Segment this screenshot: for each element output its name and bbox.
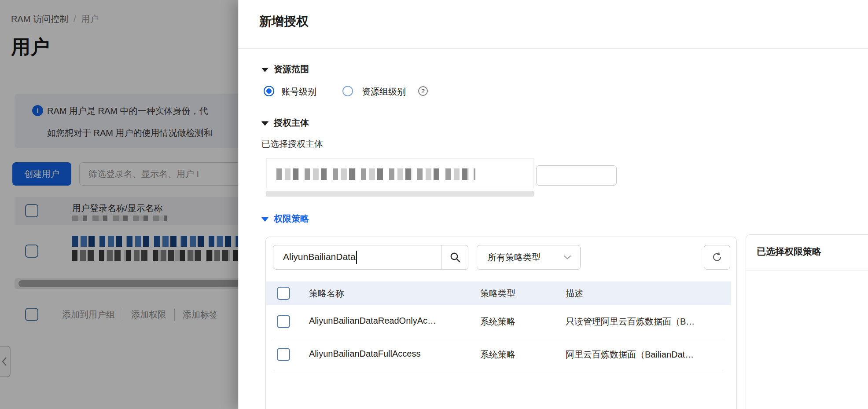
drawer-header-divider	[239, 48, 868, 49]
policy-row-readonly[interactable]: AliyunBailianDataReadOnlyAc… 系统策略 只读管理阿里…	[266, 305, 731, 338]
policy-search-value: AliyunBailianData	[283, 252, 356, 262]
col-policy-type: 策略类型	[480, 288, 515, 299]
col-policy-desc: 描述	[566, 288, 583, 299]
section-resource-scope[interactable]: 资源范围	[261, 63, 309, 75]
row-divider	[274, 371, 723, 371]
text-cursor	[356, 251, 357, 264]
selected-principal-chip-area	[266, 158, 534, 188]
refresh-button[interactable]	[704, 245, 730, 270]
section-policy[interactable]: 权限策略	[261, 213, 309, 225]
policy-search-input[interactable]: AliyunBailianData	[273, 251, 441, 264]
radio-account-level[interactable]	[264, 86, 274, 96]
radio-account-level-label[interactable]: 账号级别	[281, 86, 316, 98]
policy-row-checkbox[interactable]	[277, 315, 290, 328]
search-icon	[449, 252, 461, 263]
radio-resource-group-label[interactable]: 资源组级别	[362, 86, 406, 98]
principal-scrollbar[interactable]	[266, 191, 534, 197]
policy-type-value: 所有策略类型	[488, 252, 541, 263]
policy-desc: 只读管理阿里云百炼数据面（B…	[566, 316, 695, 328]
policy-type: 系统策略	[480, 349, 515, 361]
policy-type: 系统策略	[480, 316, 515, 328]
selected-principal-label: 已选择授权主体	[261, 138, 323, 150]
policy-picker-card: AliyunBailianData 所有策略类型	[265, 237, 737, 409]
radio-resource-group-level[interactable]	[342, 86, 353, 96]
selected-policies-title: 已选择权限策略	[757, 245, 821, 258]
selected-policies-panel: 已选择权限策略	[746, 234, 868, 409]
selected-panel-divider	[746, 270, 868, 270]
radio-dot	[266, 88, 272, 94]
principal-search-input[interactable]	[536, 165, 617, 186]
drawer-title: 新增授权	[259, 13, 309, 30]
policy-name: AliyunBailianDataReadOnlyAc…	[309, 316, 436, 326]
collapse-triangle-icon	[261, 121, 268, 126]
add-authorization-drawer: 新增授权 资源范围 账号级别 资源组级别 ? 授权主体 已选择授权主体 权限策略	[238, 0, 868, 409]
search-button[interactable]	[441, 245, 468, 269]
select-all-policies-checkbox[interactable]	[277, 287, 290, 300]
policy-title: 权限策略	[274, 213, 309, 225]
collapse-triangle-icon	[261, 68, 268, 72]
ram-console-screen: RAM 访问控制 / 用户 用户 i RAM 用户是 RAM 中的一种实体身份，…	[0, 0, 868, 409]
policy-type-dropdown[interactable]: 所有策略类型	[477, 245, 581, 270]
policy-desc: 阿里云百炼数据面（BailianDat…	[566, 349, 694, 361]
principal-title: 授权主体	[274, 117, 309, 129]
resource-scope-title: 资源范围	[274, 63, 309, 75]
policy-row-checkbox[interactable]	[277, 348, 290, 361]
section-principal[interactable]: 授权主体	[261, 117, 309, 129]
redacted-principal	[276, 168, 475, 180]
policy-row-fullaccess[interactable]: AliyunBailianDataFullAccess 系统策略 阿里云百炼数据…	[266, 338, 731, 371]
collapse-triangle-icon	[261, 217, 268, 222]
refresh-icon	[712, 252, 722, 263]
col-policy-name: 策略名称	[309, 288, 344, 299]
chevron-down-icon	[563, 255, 571, 259]
policy-table-header: 策略名称 策略类型 描述	[266, 281, 731, 305]
help-icon[interactable]: ?	[418, 86, 428, 96]
policy-search-box: AliyunBailianData	[273, 245, 468, 270]
policy-name: AliyunBailianDataFullAccess	[309, 349, 420, 359]
